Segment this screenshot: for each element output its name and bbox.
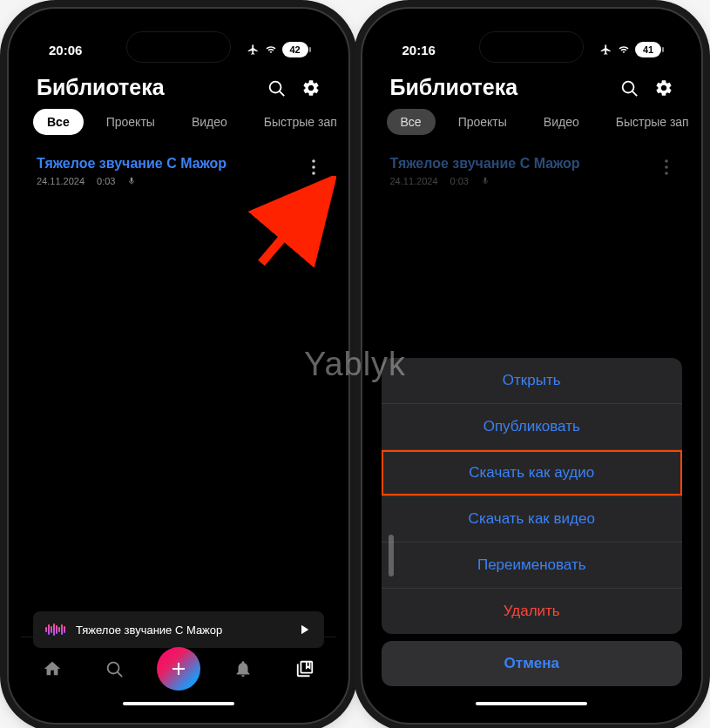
more-button[interactable]: [307, 156, 321, 179]
filter-tabs: Все Проекты Видео Быстрые записи: [21, 109, 336, 147]
library-item[interactable]: Тяжелое звучание С Мажор 24.11.2024 0:03: [21, 147, 336, 195]
tab-quick[interactable]: Быстрые записи: [250, 109, 336, 135]
item-duration: 0:03: [97, 176, 115, 186]
page-title: Библиотека: [37, 75, 165, 100]
search-icon[interactable]: [267, 78, 286, 98]
item-title: Тяжелое звучание С Мажор: [390, 156, 660, 172]
svg-point-9: [623, 81, 634, 92]
tab-video[interactable]: Видео: [178, 109, 241, 135]
battery-level: 41: [643, 44, 653, 55]
status-time: 20:16: [402, 43, 436, 57]
mic-icon: [481, 176, 490, 186]
sheet-publish[interactable]: Опубликовать: [382, 404, 683, 450]
home-indicator[interactable]: [476, 702, 587, 705]
battery-indicator: 42: [282, 42, 308, 57]
home-indicator[interactable]: [123, 702, 234, 705]
svg-point-0: [269, 81, 281, 92]
svg-point-12: [665, 165, 668, 169]
sheet-delete[interactable]: Удалить: [382, 589, 683, 634]
battery-level: 42: [289, 44, 300, 55]
app-header: Библиотека: [375, 70, 690, 109]
gear-icon[interactable]: [301, 78, 321, 98]
tab-all[interactable]: Все: [33, 109, 84, 135]
tab-projects[interactable]: Проекты: [444, 109, 521, 135]
gear-icon[interactable]: [654, 78, 673, 98]
dynamic-island: [479, 31, 584, 63]
sheet-download-video[interactable]: Скачать как видео: [382, 496, 683, 543]
status-time: 20:06: [49, 43, 82, 57]
item-date: 24.11.2024: [390, 176, 438, 186]
filter-tabs: Все Проекты Видео Быстрые записи: [375, 109, 690, 147]
more-button: [659, 156, 673, 179]
svg-point-13: [665, 172, 668, 175]
svg-point-2: [312, 159, 315, 163]
svg-line-6: [261, 193, 321, 263]
mic-icon: [127, 176, 136, 186]
item-date: 24.11.2024: [37, 176, 85, 186]
nav-search[interactable]: [95, 650, 133, 688]
svg-line-1: [279, 91, 284, 96]
svg-line-10: [632, 91, 638, 96]
sheet-cancel[interactable]: Отмена: [382, 641, 683, 686]
nav-library[interactable]: [286, 650, 324, 688]
phone-right: 20:16 41 Библиотека: [361, 7, 704, 725]
svg-point-3: [312, 165, 315, 169]
airplane-icon: [599, 44, 612, 56]
svg-point-11: [665, 159, 668, 163]
library-item: Тяжелое звучание С Мажор 24.11.2024 0:03: [375, 147, 690, 195]
page-title: Библиотека: [390, 75, 518, 100]
action-sheet: Открыть Опубликовать Скачать как аудио С…: [382, 358, 683, 704]
scrollbar[interactable]: [389, 535, 394, 576]
app-header: Библиотека: [21, 70, 336, 109]
item-title: Тяжелое звучание С Мажор: [37, 156, 307, 172]
nav-home[interactable]: [33, 650, 71, 688]
svg-line-8: [117, 672, 122, 677]
sheet-open[interactable]: Открыть: [382, 358, 683, 404]
tab-all[interactable]: Все: [387, 109, 436, 135]
wifi-icon: [617, 44, 631, 55]
bottom-nav: [21, 637, 336, 711]
airplane-icon: [247, 44, 260, 56]
battery-indicator: 41: [635, 42, 661, 57]
play-button[interactable]: [296, 622, 312, 637]
dynamic-island: [126, 31, 231, 63]
fab-create[interactable]: [157, 647, 200, 691]
wifi-icon: [264, 44, 278, 55]
svg-point-7: [107, 663, 118, 674]
sheet-download-audio[interactable]: Скачать как аудио: [382, 450, 683, 496]
item-duration: 0:03: [450, 176, 469, 186]
search-icon[interactable]: [619, 78, 639, 98]
phone-left: 20:06 42 Библиотека: [7, 7, 350, 725]
tab-video[interactable]: Видео: [530, 109, 593, 135]
svg-point-4: [312, 172, 315, 175]
nav-notifications[interactable]: [224, 650, 262, 688]
sheet-rename[interactable]: Переименовать: [382, 543, 683, 589]
tab-projects[interactable]: Проекты: [92, 109, 169, 135]
waveform-icon: [45, 624, 65, 636]
tab-quick[interactable]: Быстрые записи: [602, 109, 689, 135]
now-playing-title: Тяжелое звучание С Мажор: [76, 624, 286, 637]
